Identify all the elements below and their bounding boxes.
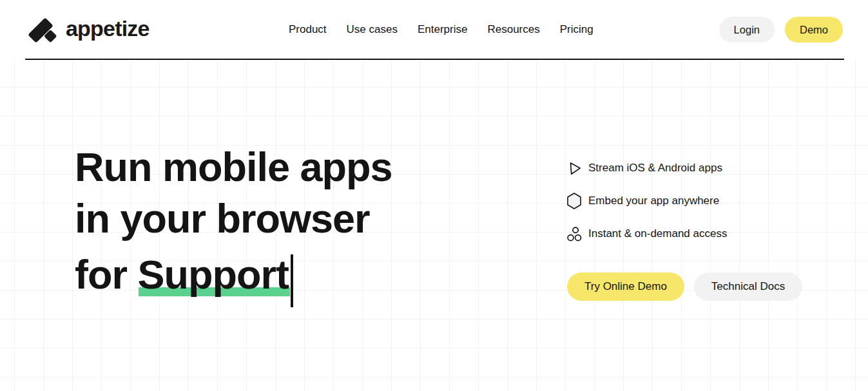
main-nav: Product Use cases Enterprise Resources P… [289,0,593,59]
headline-line-2: in your browser [75,193,392,244]
header: appetize Product Use cases Enterprise Re… [0,0,868,59]
circles-icon [566,225,583,242]
nav-item-product[interactable]: Product [289,23,327,36]
feature-row-stream: Stream iOS & Android apps [566,159,727,177]
appetize-homepage: appetize Product Use cases Enterprise Re… [0,0,868,391]
brand-logo[interactable]: appetize [26,14,149,46]
headline-highlight-word: Support [137,249,288,300]
header-divider [25,59,844,60]
feature-row-instant: Instant & on-demand access [566,225,727,243]
nav-item-pricing[interactable]: Pricing [560,23,593,36]
try-online-demo-button[interactable]: Try Online Demo [567,272,684,301]
feature-row-embed: Embed your app anywhere [566,192,727,210]
hero-headline: Run mobile apps in your browser for Supp… [75,141,392,296]
login-button[interactable]: Login [719,17,775,43]
play-icon [566,160,583,176]
technical-docs-button[interactable]: Technical Docs [694,272,802,301]
nav-item-enterprise[interactable]: Enterprise [418,23,467,36]
headline-line-3-prefix: for [75,252,137,297]
headline-line-1: Run mobile apps [75,141,392,193]
demo-button[interactable]: Demo [785,17,843,43]
headline-line-3: for Support [75,244,392,296]
nav-item-use-cases[interactable]: Use cases [347,23,398,36]
cta-row: Try Online Demo Technical Docs [567,272,802,301]
header-actions: Login Demo [719,17,843,43]
nav-item-resources[interactable]: Resources [487,23,539,36]
brand-wordmark: appetize [66,17,149,39]
text-cursor [291,254,293,307]
feature-list: Stream iOS & Android apps Embed your app… [566,159,727,258]
feature-label: Stream iOS & Android apps [588,162,722,175]
feature-label: Embed your app anywhere [588,195,719,207]
feature-label: Instant & on-demand access [588,227,727,240]
hexagon-icon [566,193,583,209]
appetize-logo-icon [26,15,59,44]
